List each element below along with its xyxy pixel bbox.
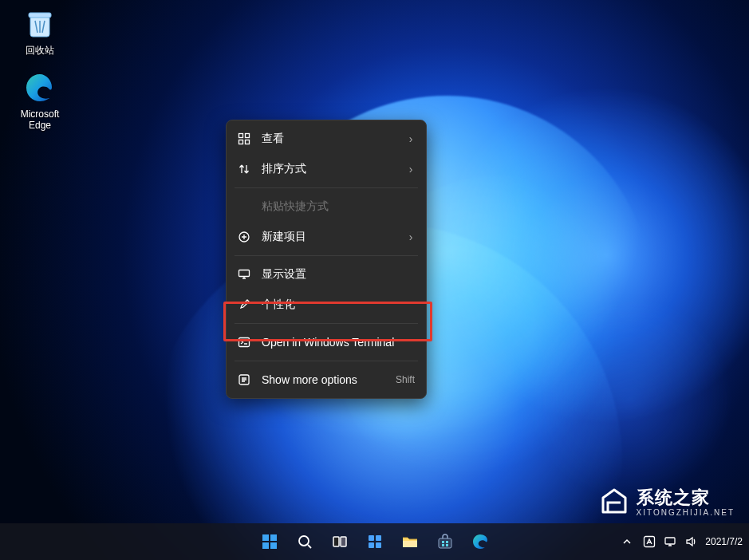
taskbar-center bbox=[254, 526, 495, 557]
svg-rect-20 bbox=[376, 542, 381, 548]
svg-rect-4 bbox=[239, 140, 243, 144]
sort-icon bbox=[238, 163, 250, 175]
ctx-item-view[interactable]: 查看 › bbox=[227, 124, 426, 154]
svg-rect-7 bbox=[239, 270, 250, 277]
ctx-item-label: 显示设置 bbox=[262, 267, 415, 282]
watermark: 系统之家 XITONGZHIJIA.NET bbox=[598, 485, 735, 517]
ctx-item-label: Show more options bbox=[262, 373, 384, 386]
windows-logo-icon bbox=[261, 533, 278, 550]
svg-rect-27 bbox=[645, 537, 655, 547]
svg-rect-28 bbox=[665, 538, 675, 544]
display-icon bbox=[238, 268, 250, 281]
ctx-separator bbox=[235, 323, 418, 324]
ctx-item-label: 粘贴快捷方式 bbox=[262, 199, 415, 214]
desktop-icon-label: 回收站 bbox=[10, 45, 70, 56]
terminal-icon bbox=[238, 336, 250, 349]
desktop-icon-label: Microsoft Edge bbox=[10, 108, 70, 131]
tray-datetime[interactable]: 2021/7/2 bbox=[705, 536, 743, 547]
more-options-icon bbox=[238, 373, 250, 386]
ctx-separator bbox=[235, 361, 418, 361]
start-button[interactable] bbox=[254, 526, 285, 557]
svg-rect-16 bbox=[341, 537, 346, 546]
svg-rect-19 bbox=[369, 542, 374, 548]
microsoft-store-button[interactable] bbox=[430, 526, 460, 557]
taskbar: 2021/7/2 bbox=[0, 523, 749, 560]
ctx-item-label: 个性化 bbox=[262, 298, 415, 312]
tray-date: 2021/7/2 bbox=[705, 536, 743, 547]
svg-rect-12 bbox=[262, 542, 269, 549]
ime-icon[interactable] bbox=[643, 535, 656, 548]
file-explorer-button[interactable] bbox=[395, 526, 425, 557]
volume-icon[interactable] bbox=[684, 535, 697, 548]
svg-rect-21 bbox=[403, 541, 417, 547]
ctx-item-display-settings[interactable]: 显示设置 bbox=[227, 259, 426, 290]
watermark-subtext: XITONGZHIJIA.NET bbox=[637, 508, 735, 517]
system-tray: 2021/7/2 bbox=[619, 534, 743, 550]
task-view-icon bbox=[331, 533, 349, 550]
svg-rect-8 bbox=[239, 338, 250, 347]
ctx-item-label: Open in Windows Terminal bbox=[262, 336, 415, 349]
svg-rect-2 bbox=[239, 134, 243, 138]
svg-rect-25 bbox=[442, 544, 444, 546]
ctx-item-label: 新建项目 bbox=[262, 230, 396, 244]
desktop-context-menu: 查看 › 排序方式 › 粘贴快捷方式 新建项目 › 显示设置 bbox=[226, 120, 427, 399]
task-view-button[interactable] bbox=[325, 526, 355, 557]
blank-icon bbox=[238, 200, 250, 213]
watermark-text: 系统之家 bbox=[637, 487, 710, 507]
svg-rect-3 bbox=[246, 134, 250, 138]
edge-icon bbox=[22, 70, 57, 105]
ctx-item-accelerator: Shift bbox=[396, 374, 415, 385]
svg-rect-23 bbox=[442, 541, 444, 543]
chevron-right-icon: › bbox=[407, 132, 415, 145]
ctx-separator bbox=[235, 187, 418, 188]
desktop-icon-microsoft-edge[interactable]: Microsoft Edge bbox=[10, 70, 70, 131]
svg-rect-22 bbox=[439, 538, 451, 548]
folder-icon bbox=[401, 533, 419, 550]
svg-point-14 bbox=[299, 536, 309, 546]
grid-icon bbox=[238, 132, 250, 145]
ctx-item-label: 排序方式 bbox=[262, 162, 396, 176]
search-icon bbox=[297, 534, 313, 550]
svg-rect-1 bbox=[29, 13, 51, 18]
desktop-icon-recycle-bin[interactable]: 回收站 bbox=[10, 6, 70, 56]
ctx-item-personalize[interactable]: 个性化 bbox=[227, 290, 426, 320]
chevron-up-icon bbox=[622, 537, 632, 546]
svg-rect-10 bbox=[262, 534, 269, 541]
plus-circle-icon bbox=[238, 231, 250, 243]
paintbrush-icon bbox=[238, 298, 250, 311]
ctx-item-new[interactable]: 新建项目 › bbox=[227, 222, 426, 252]
ctx-item-sort[interactable]: 排序方式 › bbox=[227, 154, 426, 184]
chevron-right-icon: › bbox=[407, 163, 415, 175]
tray-overflow-button[interactable] bbox=[619, 534, 635, 550]
recycle-bin-icon bbox=[22, 6, 57, 41]
search-button[interactable] bbox=[290, 526, 320, 557]
desktop-icons: 回收站 Microsoft Edge bbox=[10, 6, 73, 145]
ctx-item-show-more-options[interactable]: Show more options Shift bbox=[227, 365, 426, 395]
svg-rect-26 bbox=[446, 544, 448, 546]
network-icon[interactable] bbox=[664, 535, 676, 548]
edge-icon bbox=[471, 533, 489, 550]
svg-rect-15 bbox=[333, 537, 339, 546]
svg-rect-17 bbox=[369, 535, 374, 541]
ctx-item-open-terminal[interactable]: Open in Windows Terminal bbox=[227, 327, 426, 357]
wallpaper-shape bbox=[511, 279, 749, 519]
svg-rect-5 bbox=[246, 140, 250, 144]
svg-rect-24 bbox=[446, 541, 448, 543]
widgets-icon bbox=[366, 533, 384, 550]
widgets-button[interactable] bbox=[360, 526, 390, 557]
svg-rect-13 bbox=[270, 542, 277, 549]
svg-rect-18 bbox=[376, 535, 381, 541]
ctx-item-paste-shortcut: 粘贴快捷方式 bbox=[227, 191, 426, 222]
chevron-right-icon: › bbox=[407, 231, 415, 243]
edge-button[interactable] bbox=[465, 526, 495, 557]
store-icon bbox=[436, 533, 454, 550]
ctx-separator bbox=[235, 255, 418, 256]
ctx-item-label: 查看 bbox=[262, 132, 396, 146]
svg-rect-11 bbox=[270, 534, 277, 541]
watermark-logo-icon bbox=[598, 485, 630, 517]
